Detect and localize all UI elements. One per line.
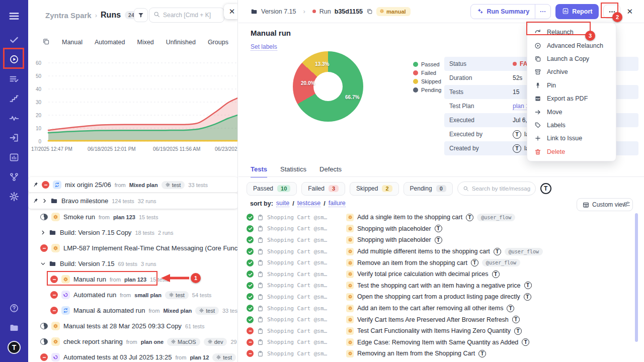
test-row[interactable]: Shopping Cart @sm…Shopping with placehol… <box>247 223 634 235</box>
run-tag-chip[interactable]: test <box>165 291 189 299</box>
scrollbar[interactable] <box>635 213 638 342</box>
report-button[interactable]: Report <box>555 4 599 19</box>
test-row[interactable]: Shopping Cart @sm…Edge Case: Removing It… <box>247 337 634 348</box>
tests-search-input[interactable] <box>472 186 530 192</box>
run-plan-link[interactable]: small plan <box>134 292 162 298</box>
assignee-avatar[interactable]: T <box>540 183 551 194</box>
sort-link-testcase[interactable]: testcase <box>297 200 321 207</box>
filter-chip-pending[interactable]: Pending0 <box>404 182 453 196</box>
run-row[interactable]: mix origin 25/06fromMixed plantest33 tes… <box>28 177 238 193</box>
sidebar-item-sign-in[interactable] <box>4 128 24 147</box>
test-row[interactable]: Shopping Cart @sm…Add multiple different… <box>247 246 634 257</box>
run-row[interactable]: Manual & automated runfromMixed plantest… <box>28 303 238 318</box>
run-tag-chip[interactable]: test <box>162 181 185 189</box>
sidebar-item-folder[interactable] <box>4 318 24 337</box>
sidebar-item-branch[interactable] <box>4 167 24 187</box>
test-row[interactable]: Shopping Cart @sm…Removing an Item from … <box>247 348 634 359</box>
menu-item-archive[interactable]: Archive <box>527 65 616 78</box>
tab-mixed[interactable]: Mixed <box>137 39 153 46</box>
menu-item-relaunch[interactable]: Relaunch <box>527 26 616 39</box>
set-labels-link[interactable]: Set labels <box>251 43 277 51</box>
run-tag-chip[interactable]: dev <box>204 338 227 346</box>
runs-type-icon[interactable] <box>42 38 50 47</box>
chevron-down-icon[interactable] <box>40 261 45 266</box>
menu-item-export-as-pdf[interactable]: PDFExport as PDF <box>527 92 616 105</box>
test-row[interactable]: Shopping Cart @sm…Open the shopping cart… <box>247 291 634 303</box>
sort-link-failure[interactable]: failure <box>329 200 346 207</box>
sort-link-suite[interactable]: suite <box>276 200 289 207</box>
filter-button[interactable] <box>134 8 148 22</box>
filter-chip-failed[interactable]: Failed3 <box>301 182 345 196</box>
runs-filter-tabs: ManualAutomatedMixedUnfinishedGroupstes <box>28 35 237 49</box>
tab-automated[interactable]: Automated <box>95 39 125 46</box>
test-row[interactable]: Shopping Cart @sm…Verify Cart Items Are … <box>247 314 634 325</box>
test-row[interactable]: Shopping Cart @sm…Verify total price cal… <box>247 268 634 280</box>
test-row[interactable]: Shopping Cart @sm…Shopping with placehol… <box>247 234 634 246</box>
run-row[interactable]: Smoke runfromplan 12315 tests <box>28 209 238 225</box>
test-row[interactable]: Shopping Cart @sm…Test the shopping cart… <box>247 280 634 292</box>
run-row[interactable]: check report sharingfromplan oneMacOSdev… <box>28 334 238 349</box>
run-row[interactable]: Manual tests at 28 Mar 2025 09:33 Copy61… <box>28 318 238 334</box>
tab-unfinished[interactable]: Unfinished <box>166 39 196 46</box>
tab-tests[interactable]: Tests <box>251 165 267 177</box>
run-tag-chip[interactable]: test <box>212 353 236 361</box>
sidebar-avatar[interactable]: T <box>4 337 24 357</box>
breadcrumb-folder[interactable]: Version 7.15 <box>261 8 296 15</box>
run-plan-link[interactable]: plan one <box>141 339 164 345</box>
test-tag-chip[interactable]: @user_flow <box>477 214 515 221</box>
run-tag-chip[interactable]: test <box>195 307 219 315</box>
test-tag-chip[interactable]: @user_flow <box>482 259 520 266</box>
run-summary-button[interactable]: Run Summary <box>470 4 551 19</box>
menu-item-launch-a-copy[interactable]: Launch a Copy <box>527 52 616 65</box>
filter-chip-passed[interactable]: Passed10 <box>247 182 297 196</box>
search-input[interactable] <box>163 12 220 19</box>
menu-item-link-to-issue[interactable]: Link to Issue <box>527 132 616 145</box>
run-summary-more-button[interactable] <box>535 5 550 19</box>
sidebar-item-pulse[interactable] <box>4 108 24 128</box>
filter-chip-skipped[interactable]: Skipped2 <box>350 182 399 196</box>
menu-item-advanced-relaunch[interactable]: Advanced Relaunch <box>527 39 616 52</box>
test-tag-chip[interactable]: @user_flow <box>505 248 543 255</box>
sidebar-item-list-check[interactable] <box>4 69 24 88</box>
run-row[interactable]: Automated runfromsmall plantest54 tests <box>28 287 238 303</box>
starburst-icon <box>53 214 58 220</box>
run-plan-link[interactable]: Mixed plan <box>129 182 158 188</box>
run-row[interactable]: Bravo milestone124 tests32 runs <box>28 193 238 209</box>
sidebar-item-check[interactable] <box>4 30 24 49</box>
sidebar-item-menu[interactable] <box>4 6 24 26</box>
view-settings-icon[interactable] <box>623 200 631 208</box>
tab-statistics[interactable]: Statistics <box>280 165 306 177</box>
sidebar-item-bar-chart[interactable] <box>4 147 24 167</box>
run-row[interactable]: Build: Version 7.1569 tests3 runs <box>28 256 238 272</box>
panel-close-button[interactable]: ✕ <box>224 4 238 19</box>
menu-item-labels[interactable]: Labels <box>527 119 616 132</box>
run-tag-chip[interactable]: MacOS <box>167 338 200 346</box>
run-plan-link[interactable]: plan 123 <box>113 214 135 220</box>
menu-item-move[interactable]: Move <box>527 105 616 118</box>
tab-defects[interactable]: Defects <box>319 165 342 177</box>
tab-groups[interactable]: Groups <box>208 39 228 46</box>
run-row[interactable]: LMP-587 Implement Real-Time Chat Messagi… <box>28 240 238 256</box>
run-plan-link[interactable]: plan 123 <box>124 277 146 283</box>
sidebar-item-play-circle[interactable] <box>4 49 24 69</box>
copy-icon[interactable] <box>366 8 373 15</box>
run-plan-link[interactable]: plan 12 <box>190 354 209 360</box>
run-row[interactable]: Automated tests at 03 Jul 2025 13:25from… <box>28 349 238 362</box>
menu-item-delete[interactable]: Delete <box>527 145 616 158</box>
chevron-right-icon[interactable] <box>40 230 45 235</box>
close-icon[interactable]: ✕ <box>626 7 633 16</box>
breadcrumb-project[interactable]: Zyntra Spark <box>45 11 92 20</box>
run-plan-link[interactable]: Mixed plan <box>163 308 192 314</box>
run-row[interactable]: Manual runfromplan 12315 tests <box>28 272 238 287</box>
run-row[interactable]: Build: Version 7.15 Copy18 tests2 runs <box>28 225 238 240</box>
test-row[interactable]: Shopping Cart @sm…Add a single item to t… <box>247 212 634 223</box>
tab-manual[interactable]: Manual <box>62 39 83 46</box>
test-row[interactable]: Shopping Cart @sm…Test Cart Functionalit… <box>247 325 634 337</box>
sidebar-item-stairs[interactable] <box>4 88 24 108</box>
chevron-right-icon[interactable] <box>42 198 47 204</box>
menu-item-pin[interactable]: Pin <box>527 79 616 92</box>
sidebar-item-help[interactable] <box>4 298 24 318</box>
test-row[interactable]: Shopping Cart @sm…Remove an item from th… <box>247 257 634 268</box>
sidebar-item-gear[interactable] <box>4 187 24 206</box>
test-row[interactable]: Shopping Cart @sm…Add an item to the car… <box>247 303 634 314</box>
